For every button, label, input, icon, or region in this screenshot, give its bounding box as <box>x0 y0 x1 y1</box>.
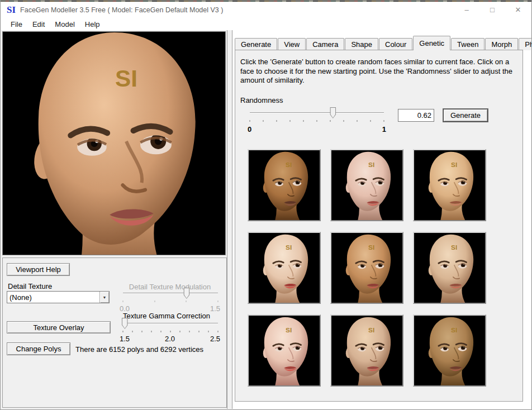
range-mid-label: 2.0 <box>165 335 175 343</box>
face-thumbnail[interactable]: SI <box>248 314 321 387</box>
maximize-button[interactable]: □ <box>479 2 505 18</box>
menubar: File Edit Model Help <box>1 18 531 30</box>
face-thumbnail[interactable]: SI <box>330 232 403 304</box>
tick-mark <box>357 120 358 122</box>
titlebar: SI FaceGen Modeller 3.5 Free ( Model: Fa… <box>1 2 531 18</box>
gamma-range: 1.5 2.0 2.5 <box>120 335 220 343</box>
tick-mark <box>317 120 317 122</box>
tick-mark <box>123 331 124 332</box>
tab-genetic[interactable]: Genetic <box>413 36 450 50</box>
randomness-range: 0 1 <box>248 125 386 134</box>
window-title: FaceGen Modeller 3.5 Free ( Model: FaceG… <box>20 6 223 14</box>
face-thumbnail[interactable]: SI <box>330 149 403 221</box>
slider-track <box>123 323 218 324</box>
genetic-instructions: Click the 'Generate' button to create ra… <box>240 58 518 85</box>
slider-ticks <box>123 331 218 333</box>
range-max-label: 1 <box>382 125 386 134</box>
close-button[interactable]: ✕ <box>505 2 531 18</box>
range-min-label: 1.5 <box>120 335 130 343</box>
tick-mark <box>344 120 344 122</box>
tick-mark <box>123 301 124 302</box>
detail-texture-label: Detail Texture <box>8 282 52 290</box>
tick-mark <box>199 331 200 332</box>
right-panel: GenerateViewCameraShapeColourGeneticTwee… <box>232 30 531 409</box>
svg-text:SI: SI <box>286 243 292 251</box>
generate-button[interactable]: Generate <box>443 109 488 122</box>
face-thumbnail[interactable]: SI <box>413 314 486 387</box>
tab-shape[interactable]: Shape <box>345 38 378 50</box>
range-max-label: 2.5 <box>210 335 220 343</box>
face-thumbnail[interactable]: SI <box>248 232 321 304</box>
viewport-3d[interactable]: SI <box>2 31 226 255</box>
viewport-help-button[interactable]: Viewport Help <box>7 263 70 276</box>
face-thumbnail[interactable]: SI <box>413 149 486 221</box>
svg-text:SI: SI <box>368 243 374 251</box>
tab-tween[interactable]: Tween <box>451 38 484 50</box>
tab-view[interactable]: View <box>278 38 306 50</box>
texture-overlay-button[interactable]: Texture Overlay <box>7 321 111 333</box>
tab-generate[interactable]: Generate <box>235 38 277 50</box>
randomness-value-input[interactable] <box>398 109 434 122</box>
app-window: SI FaceGen Modeller 3.5 Free ( Model: Fa… <box>0 0 532 410</box>
menu-edit[interactable]: Edit <box>27 19 50 30</box>
tick-mark <box>154 301 155 302</box>
minimize-button[interactable]: – <box>454 2 479 18</box>
tab-camera[interactable]: Camera <box>306 38 344 50</box>
tick-mark <box>290 120 291 122</box>
tab-photofit[interactable]: PhotoFit <box>519 38 532 50</box>
svg-text:SI: SI <box>451 160 457 168</box>
slider-thumb[interactable] <box>122 318 128 329</box>
svg-text:SI: SI <box>451 326 457 333</box>
svg-text:SI: SI <box>451 243 457 251</box>
tick-mark <box>384 120 384 122</box>
tick-mark <box>180 331 180 332</box>
gamma-slider[interactable] <box>123 315 218 334</box>
range-min-label: 0 <box>248 125 251 134</box>
randomness-slider[interactable] <box>250 104 384 123</box>
tick-mark <box>218 331 218 332</box>
detail-modulation-slider <box>123 285 218 304</box>
svg-text:SI: SI <box>286 160 292 168</box>
tick-mark <box>330 120 331 122</box>
tick-mark <box>303 120 304 122</box>
menu-model[interactable]: Model <box>50 19 79 30</box>
svg-text:SI: SI <box>286 326 292 333</box>
svg-text:SI: SI <box>368 326 374 333</box>
tab-morph[interactable]: Morph <box>485 38 518 50</box>
tab-colour[interactable]: Colour <box>379 38 412 50</box>
tick-mark <box>186 301 187 302</box>
tick-mark <box>277 120 277 122</box>
face-thumbnail[interactable]: SI <box>330 314 403 387</box>
tick-mark <box>218 301 218 302</box>
app-logo: SI <box>7 4 16 16</box>
tick-mark <box>370 120 371 122</box>
menu-file[interactable]: File <box>6 19 27 30</box>
tick-mark <box>161 331 162 332</box>
tick-mark <box>250 120 250 122</box>
slider-ticks <box>123 301 218 303</box>
tick-mark <box>142 331 142 332</box>
panel-splitter[interactable] <box>227 30 232 409</box>
slider-track <box>250 112 384 113</box>
genetic-tab-page: Click the 'Generate' button to create ra… <box>235 50 523 402</box>
tick-mark <box>170 331 171 332</box>
tick-mark <box>208 331 209 332</box>
change-polys-button[interactable]: Change Polys <box>7 342 70 355</box>
window-controls: – □ ✕ <box>454 2 531 18</box>
detail-texture-selected-value: (None) <box>7 293 99 302</box>
svg-text:SI: SI <box>115 66 137 92</box>
polys-info-text: There are 6152 polys and 6292 vertices <box>75 345 203 354</box>
main-content: SI Viewport Help Detail Texture (None) ▼… <box>1 30 531 409</box>
detail-texture-select[interactable]: (None) ▼ <box>7 291 110 303</box>
tab-strip: GenerateViewCameraShapeColourGeneticTwee… <box>235 36 532 50</box>
tick-mark <box>189 331 190 332</box>
slider-track <box>123 293 218 294</box>
tick-mark <box>263 120 264 122</box>
face-thumbnail[interactable]: SI <box>413 232 486 304</box>
tick-mark <box>132 331 133 332</box>
menu-help[interactable]: Help <box>80 19 105 30</box>
tick-mark <box>151 331 152 332</box>
chevron-down-icon[interactable]: ▼ <box>99 292 109 303</box>
face-thumbnail[interactable]: SI <box>248 149 321 221</box>
slider-thumb[interactable] <box>330 107 336 118</box>
